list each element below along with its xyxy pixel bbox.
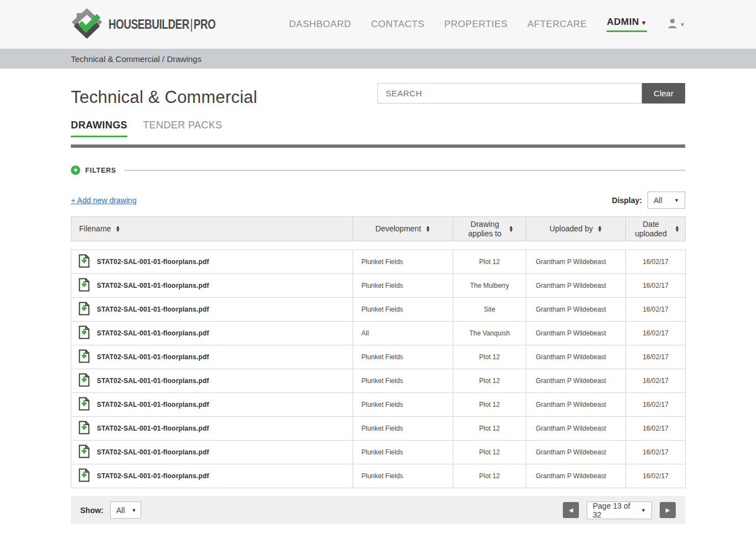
download-file-icon[interactable] <box>79 444 90 460</box>
column-label: Date uploaded <box>631 220 670 237</box>
plus-icon: + <box>71 165 80 175</box>
table-row: STAT02-SAL-001-01-floorplans.pdfPlunket … <box>71 369 686 393</box>
date-uploaded-cell: 16/02/17 <box>626 322 686 345</box>
filename-link[interactable]: STAT02-SAL-001-01-floorplans.pdf <box>97 472 209 480</box>
sort-icon[interactable]: ▲▼ <box>509 226 514 232</box>
column-label: Uploaded by <box>550 224 593 233</box>
uploaded-by-cell: Grantham P Wildebeast <box>526 322 626 345</box>
download-file-icon[interactable] <box>79 349 90 365</box>
sort-icon[interactable]: ▲▼ <box>426 226 431 232</box>
filters-divider <box>125 170 685 170</box>
breadcrumb[interactable]: Technical & Commercial / Drawings <box>71 54 201 64</box>
tab-tender-packs[interactable]: TENDER PACKS <box>143 120 222 137</box>
table-row: STAT02-SAL-001-01-floorplans.pdfPlunket … <box>71 274 686 298</box>
column-header-uploaded-by[interactable]: Uploaded by▲▼ <box>526 217 626 241</box>
download-file-icon[interactable] <box>79 302 90 317</box>
download-file-icon[interactable] <box>79 468 90 484</box>
filename-link[interactable]: STAT02-SAL-001-01-floorplans.pdf <box>97 306 209 313</box>
housebuilder-house-check-icon <box>71 8 103 41</box>
development-cell: All <box>353 322 453 345</box>
add-new-drawing-link[interactable]: + Add new drawing <box>71 196 137 205</box>
brand-name: HOUSEBUILDER|PRO <box>108 17 215 32</box>
uploaded-by-cell: Grantham P Wildebeast <box>526 464 626 488</box>
filename-link[interactable]: STAT02-SAL-001-01-floorplans.pdf <box>97 353 209 361</box>
pagination: ◀ Page 13 of 32 ▼ ▶ <box>563 501 676 519</box>
filename-link[interactable]: STAT02-SAL-001-01-floorplans.pdf <box>97 401 209 408</box>
sort-icon[interactable]: ▲▼ <box>597 226 602 232</box>
chevron-down-icon: ▼ <box>674 198 679 203</box>
search-bar: Clear <box>377 83 685 104</box>
table-row: STAT02-SAL-001-01-floorplans.pdfPlunket … <box>71 393 686 417</box>
table-row: STAT02-SAL-001-01-floorplans.pdfPlunket … <box>71 464 686 488</box>
uploaded-by-cell: Grantham P Wildebeast <box>526 393 626 417</box>
table-footer: Show: All ▼ ◀ Page 13 of 32 ▼ ▶ <box>71 496 685 524</box>
chevron-down-icon: ▼ <box>132 508 137 513</box>
applies-to-cell: Plot 12 <box>453 441 526 464</box>
column-label: Filename <box>79 224 111 233</box>
nav-item-contacts[interactable]: CONTACTS <box>371 19 424 30</box>
table-row: STAT02-SAL-001-01-floorplans.pdfPlunket … <box>71 417 686 441</box>
filename-link[interactable]: STAT02-SAL-001-01-floorplans.pdf <box>97 282 209 289</box>
download-file-icon[interactable] <box>79 325 90 341</box>
nav-item-admin[interactable]: ADMIN▼ <box>607 17 647 32</box>
display-label: Display: <box>612 196 642 205</box>
download-file-icon[interactable] <box>79 278 90 293</box>
filters-toggle[interactable]: + FILTERS <box>71 165 685 175</box>
filename-link[interactable]: STAT02-SAL-001-01-floorplans.pdf <box>97 377 209 385</box>
download-file-icon[interactable] <box>79 421 90 436</box>
column-header-drawing-applies-to[interactable]: Drawing applies to▲▼ <box>453 217 526 241</box>
uploaded-by-cell: Grantham P Wildebeast <box>526 250 626 274</box>
date-uploaded-cell: 16/02/17 <box>626 441 686 464</box>
column-header-date-uploaded[interactable]: Date uploaded▲▼ <box>626 217 686 241</box>
uploaded-by-cell: Grantham P Wildebeast <box>526 417 626 441</box>
nav-item-aftercare[interactable]: AFTERCARE <box>527 19 587 30</box>
page-select[interactable]: Page 13 of 32 ▼ <box>587 501 652 519</box>
table-row: STAT02-SAL-001-01-floorplans.pdfPlunket … <box>71 298 686 322</box>
user-menu[interactable]: ▼ <box>667 18 685 31</box>
development-cell: Plunket Fields <box>353 464 453 488</box>
clear-search-button[interactable]: Clear <box>642 83 685 104</box>
filename-link[interactable]: STAT02-SAL-001-01-floorplans.pdf <box>97 448 209 456</box>
date-uploaded-cell: 16/02/17 <box>626 464 686 488</box>
chevron-down-icon: ▼ <box>641 508 646 513</box>
table-row: STAT02-SAL-001-01-floorplans.pdfPlunket … <box>71 441 686 464</box>
show-select[interactable]: All ▼ <box>110 501 141 519</box>
download-file-icon[interactable] <box>79 254 90 270</box>
filename-link[interactable]: STAT02-SAL-001-01-floorplans.pdf <box>97 329 209 337</box>
page-title: Technical & Commercial <box>71 87 257 107</box>
column-label: Drawing applies to <box>465 220 504 237</box>
display-select[interactable]: All ▼ <box>648 192 685 209</box>
sort-icon[interactable]: ▲▼ <box>675 226 680 232</box>
download-file-icon[interactable] <box>79 373 90 389</box>
date-uploaded-cell: 16/02/17 <box>626 345 686 369</box>
date-uploaded-cell: 16/02/17 <box>626 417 686 441</box>
column-label: Development <box>375 224 421 233</box>
search-input[interactable] <box>377 83 642 104</box>
uploaded-by-cell: Grantham P Wildebeast <box>526 274 626 298</box>
table-row: STAT02-SAL-001-01-floorplans.pdfPlunket … <box>71 345 686 369</box>
filters-label: FILTERS <box>85 167 116 174</box>
prev-page-button[interactable]: ◀ <box>563 502 579 518</box>
download-file-icon[interactable] <box>79 397 90 412</box>
applies-to-cell: Plot 12 <box>453 345 526 369</box>
development-cell: Plunket Fields <box>353 393 453 417</box>
filename-link[interactable]: STAT02-SAL-001-01-floorplans.pdf <box>97 425 209 432</box>
uploaded-by-cell: Grantham P Wildebeast <box>526 345 626 369</box>
column-header-filename[interactable]: Filename▲▼ <box>71 217 353 241</box>
uploaded-by-cell: Grantham P Wildebeast <box>526 369 626 393</box>
tab-drawings[interactable]: DRAWINGS <box>71 120 127 137</box>
date-uploaded-cell: 16/02/17 <box>626 393 686 417</box>
applies-to-cell: The Mulberry <box>453 274 526 298</box>
nav-item-properties[interactable]: PROPERTIES <box>444 19 508 30</box>
development-cell: Plunket Fields <box>353 298 453 322</box>
filename-link[interactable]: STAT02-SAL-001-01-floorplans.pdf <box>97 258 209 266</box>
chevron-down-icon: ▼ <box>680 22 685 28</box>
column-header-development[interactable]: Development▲▼ <box>353 217 453 241</box>
brand-logo[interactable]: HOUSEBUILDER|PRO <box>71 8 239 41</box>
nav-item-dashboard[interactable]: DASHBOARD <box>289 19 351 30</box>
main-nav: DASHBOARD CONTACTS PROPERTIES AFTERCARE … <box>289 17 685 32</box>
sort-icon[interactable]: ▲▼ <box>116 226 121 232</box>
development-cell: Plunket Fields <box>353 250 453 274</box>
drawings-table-header: Filename▲▼Development▲▼Drawing applies t… <box>71 216 686 241</box>
next-page-button[interactable]: ▶ <box>660 502 676 518</box>
